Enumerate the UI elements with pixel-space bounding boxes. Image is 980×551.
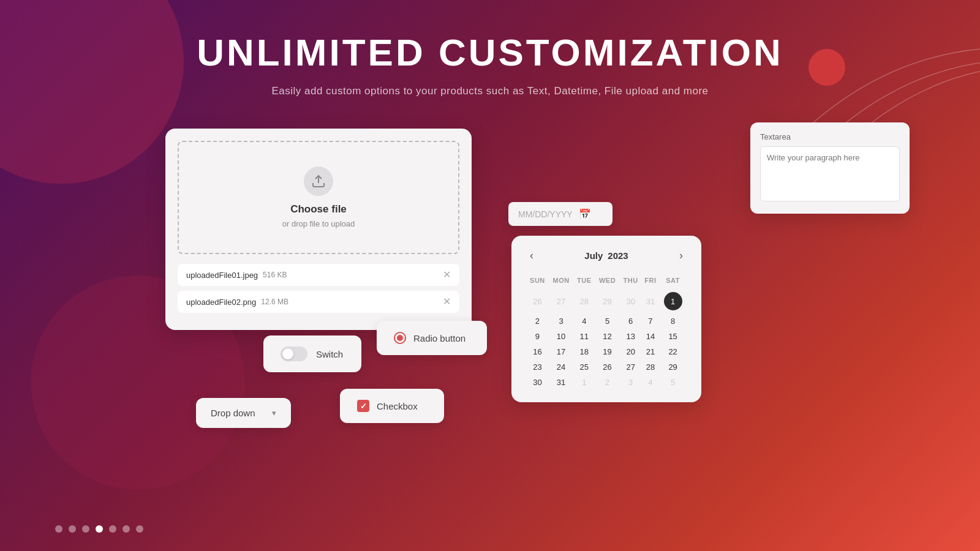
dropzone-subtitle: or drop file to upload <box>191 219 446 228</box>
calendar-day[interactable]: 12 <box>595 329 619 344</box>
pagination-dot[interactable] <box>82 525 89 533</box>
date-input-wrap[interactable]: MM/DD/YYYY 📅 <box>508 202 612 226</box>
calendar-day[interactable]: 27 <box>620 359 642 375</box>
file-info-2: uploadedFile02.png 12.6 MB <box>186 298 288 307</box>
calendar-next-button[interactable]: › <box>676 248 687 263</box>
dropzone-title: Choose file <box>191 203 446 216</box>
checkmark-icon: ✓ <box>360 402 367 411</box>
textarea-label: Textarea <box>760 132 900 141</box>
pagination-dot[interactable] <box>55 525 62 533</box>
pagination-dots <box>55 525 143 533</box>
calendar-day[interactable]: 29 <box>595 289 619 313</box>
textarea-field[interactable] <box>760 146 900 201</box>
upload-icon <box>304 167 333 196</box>
calendar-day[interactable]: 28 <box>573 289 595 313</box>
calendar-day[interactable]: 30 <box>526 375 549 390</box>
calendar-day[interactable]: 18 <box>573 344 595 359</box>
calendar-year: 2023 <box>608 250 628 261</box>
calendar-day[interactable]: 17 <box>549 344 573 359</box>
calendar-day[interactable]: 14 <box>642 329 660 344</box>
calendar-week-row: 2345678 <box>526 313 687 329</box>
calendar-day[interactable]: 4 <box>573 313 595 329</box>
checkbox-label: Checkbox <box>377 401 418 411</box>
dropdown-label: Drop down <box>211 408 255 418</box>
calendar-header: ‹ July 2023 › <box>526 248 687 263</box>
calendar-day[interactable]: 2 <box>595 375 619 390</box>
pagination-dot[interactable] <box>69 525 76 533</box>
dropdown-widget[interactable]: Drop down ▾ <box>196 398 291 428</box>
file-remove-1[interactable]: ✕ <box>443 270 451 280</box>
switch-widget[interactable]: Switch <box>263 335 361 372</box>
file-upload-card: Choose file or drop file to upload uploa… <box>165 129 472 330</box>
calendar-day[interactable]: 27 <box>549 289 573 313</box>
calendar-day[interactable]: 24 <box>549 359 573 375</box>
calendar-day[interactable]: 11 <box>573 329 595 344</box>
cal-day-header: THU <box>620 274 642 289</box>
calendar-selected-day: 1 <box>664 292 682 310</box>
calendar-day[interactable]: 3 <box>620 375 642 390</box>
calendar-day[interactable]: 23 <box>526 359 549 375</box>
calendar-day[interactable]: 31 <box>549 375 573 390</box>
calendar-day[interactable]: 28 <box>642 359 660 375</box>
calendar-day[interactable]: 25 <box>573 359 595 375</box>
calendar-day[interactable]: 5 <box>595 313 619 329</box>
calendar-day[interactable]: 13 <box>620 329 642 344</box>
pagination-dot[interactable] <box>109 525 116 533</box>
calendar-day[interactable]: 21 <box>642 344 660 359</box>
calendar-day[interactable]: 26 <box>526 289 549 313</box>
pagination-dot[interactable] <box>136 525 143 533</box>
calendar-week-row: 23242526272829 <box>526 359 687 375</box>
calendar-icon: 📅 <box>579 208 591 220</box>
calendar-day[interactable]: 22 <box>659 344 687 359</box>
radio-inner <box>397 335 403 341</box>
calendar-day[interactable]: 20 <box>620 344 642 359</box>
file-name-2: uploadedFile02.png <box>186 298 256 307</box>
calendar-day[interactable]: 26 <box>595 359 619 375</box>
calendar-day[interactable]: 31 <box>642 289 660 313</box>
file-remove-2[interactable]: ✕ <box>443 297 451 307</box>
calendar-day-headers: SUNMONTUEWEDTHUFRISAT <box>526 274 687 289</box>
chevron-down-icon: ▾ <box>272 408 276 418</box>
cal-day-header: FRI <box>642 274 660 289</box>
calendar-day[interactable]: 30 <box>620 289 642 313</box>
checkbox-widget[interactable]: ✓ Checkbox <box>340 389 444 423</box>
switch-toggle[interactable] <box>281 347 307 361</box>
calendar-day[interactable]: 29 <box>659 359 687 375</box>
calendar-day[interactable]: 4 <box>642 375 660 390</box>
cal-day-header: SAT <box>659 274 687 289</box>
file-row-2: uploadedFile02.png 12.6 MB ✕ <box>178 291 459 313</box>
calendar-day[interactable]: 6 <box>620 313 642 329</box>
radio-label: Radio button <box>413 333 466 343</box>
calendar-day[interactable]: 16 <box>526 344 549 359</box>
date-input-placeholder: MM/DD/YYYY <box>518 209 573 219</box>
cal-day-header: MON <box>549 274 573 289</box>
file-size-2: 12.6 MB <box>261 298 288 306</box>
calendar-day[interactable]: 5 <box>659 375 687 390</box>
pagination-dot[interactable] <box>123 525 130 533</box>
calendar-day[interactable]: 8 <box>659 313 687 329</box>
file-info-1: uploadedFile01.jpeg 516 KB <box>186 271 287 280</box>
calendar-month: July <box>584 250 603 261</box>
pagination-dot[interactable] <box>96 525 103 533</box>
calendar-day[interactable]: 7 <box>642 313 660 329</box>
calendar-day[interactable]: 15 <box>659 329 687 344</box>
calendar-day[interactable]: 19 <box>595 344 619 359</box>
calendar-body[interactable]: 2627282930311234567891011121314151617181… <box>526 289 687 390</box>
radio-widget[interactable]: Radio button <box>377 321 487 355</box>
file-size-1: 516 KB <box>263 271 287 279</box>
checkbox-box[interactable]: ✓ <box>357 400 369 412</box>
radio-button-circle[interactable] <box>394 332 406 344</box>
calendar-day[interactable]: 9 <box>526 329 549 344</box>
calendar-day[interactable]: 1 <box>573 375 595 390</box>
file-row-1: uploadedFile01.jpeg 516 KB ✕ <box>178 264 459 286</box>
calendar-day[interactable]: 2 <box>526 313 549 329</box>
calendar-prev-button[interactable]: ‹ <box>526 248 537 263</box>
calendar-week-row: 9101112131415 <box>526 329 687 344</box>
calendar-day[interactable]: 1 <box>659 289 687 313</box>
file-name-1: uploadedFile01.jpeg <box>186 271 258 280</box>
calendar-day[interactable]: 10 <box>549 329 573 344</box>
calendar-month-year: July 2023 <box>584 250 628 261</box>
dropzone[interactable]: Choose file or drop file to upload <box>178 141 459 254</box>
calendar-day[interactable]: 3 <box>549 313 573 329</box>
calendar-week-row: 16171819202122 <box>526 344 687 359</box>
